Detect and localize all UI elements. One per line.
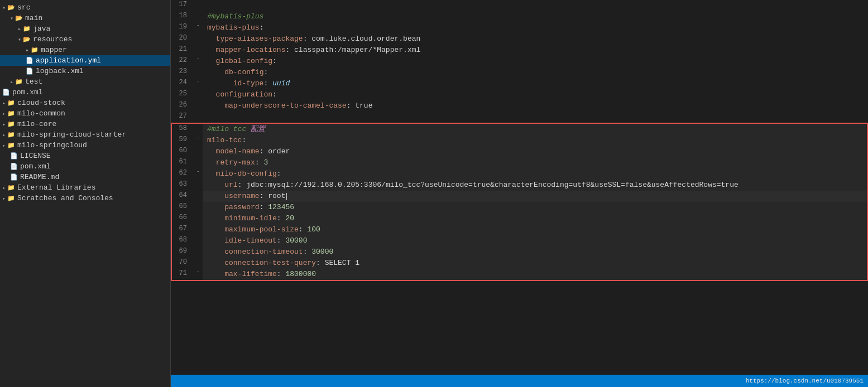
line-gutter [194, 246, 203, 258]
sidebar-item-milo-springcloud[interactable]: ▸📁milo-springcloud [0, 140, 170, 151]
sidebar-item-milo-spring-cloud-starter[interactable]: ▸📁milo-spring-cloud-starter [0, 129, 170, 140]
line-number: 58 [171, 123, 194, 135]
line-code[interactable]: #mybatis-plus [203, 11, 867, 22]
line-gutter: - [194, 56, 203, 67]
sidebar-item-pom2.xml[interactable]: 📄pom.xml [0, 161, 170, 172]
line-code[interactable]: id-type: uuid [203, 78, 867, 89]
line-code[interactable]: max-lifetime: 1800000 [203, 269, 867, 280]
line-number: 19 [171, 22, 194, 33]
line-number: 67 [171, 224, 194, 235]
file-icon: 📄 [10, 152, 18, 159]
line-gutter: - [194, 22, 203, 33]
line-code[interactable]: map-underscore-to-camel-case: true [203, 100, 867, 112]
line-gutter [194, 123, 203, 135]
line-number: 63 [171, 180, 194, 191]
tree-item-label: application.yml [36, 56, 101, 65]
line-number: 20 [171, 33, 194, 45]
sidebar-item-java[interactable]: ▸📁java [0, 23, 170, 34]
code-line-58: 58#milo tcc 配置 [171, 123, 867, 135]
code-line-25: 25 configuration: [171, 89, 867, 100]
line-number: 62 [171, 168, 194, 180]
sidebar-item-src[interactable]: ▾📂src [0, 2, 170, 13]
sidebar-item-external-libraries[interactable]: ▸📁External Libraries [0, 182, 170, 193]
xml-file-icon: 📄 [26, 67, 33, 75]
tree-item-label: pom.xml [20, 162, 51, 171]
folder-icon: 📁 [15, 78, 23, 85]
sidebar-item-LICENSE[interactable]: 📄LICENSE [0, 151, 170, 161]
line-code[interactable]: password: 123456 [203, 202, 867, 213]
sidebar-item-application.yml[interactable]: 📄application.yml [0, 55, 170, 66]
line-gutter [194, 191, 203, 202]
line-code[interactable]: model-name: order [203, 146, 867, 157]
line-code[interactable]: connection-test-query: SELECT 1 [203, 258, 867, 269]
folder-open-icon: 📂 [23, 36, 31, 43]
tree-item-label: java [33, 25, 50, 33]
code-line-23: 23 db-config: [171, 67, 867, 78]
line-number: 64 [171, 191, 194, 202]
line-number: 25 [171, 89, 194, 100]
line-code[interactable]: minimum-idle: 20 [203, 213, 867, 224]
line-number: 66 [171, 213, 194, 224]
tree-item-label: milo-spring-cloud-starter [17, 130, 126, 139]
line-code[interactable]: configuration: [203, 89, 867, 100]
arrow-icon: ▸ [2, 195, 6, 202]
sidebar-item-cloud-stock[interactable]: ▸📁cloud-stock [0, 98, 170, 108]
line-code[interactable]: db-config: [203, 67, 867, 78]
folder-icon: 📁 [7, 131, 15, 138]
code-line-26: 26 map-underscore-to-camel-case: true [171, 100, 867, 112]
line-code[interactable]: milo-tcc: [203, 135, 867, 146]
code-line-65: 65 password: 123456 [171, 202, 867, 213]
line-code[interactable] [203, 0, 867, 11]
line-code[interactable]: mapper-locations: classpath:/mapper/*Map… [203, 45, 867, 56]
line-code[interactable]: type-aliases-package: com.luke.cloud.ord… [203, 33, 867, 45]
code-line-20: 20 type-aliases-package: com.luke.cloud.… [171, 33, 867, 45]
line-code[interactable]: #milo tcc 配置 [203, 123, 867, 135]
file-tree[interactable]: ▾📂src▾📂main▸📁java▾📂resources▸📁mapper📄app… [0, 0, 171, 387]
line-gutter [194, 112, 203, 123]
line-gutter [194, 11, 203, 22]
sidebar-item-scratches[interactable]: ▸📁Scratches and Consoles [0, 193, 170, 204]
line-gutter [194, 89, 203, 100]
line-code[interactable]: mybatis-plus: [203, 22, 867, 33]
line-gutter [194, 258, 203, 269]
tree-item-label: pom.xml [12, 88, 43, 96]
line-gutter [194, 157, 203, 168]
line-gutter [194, 235, 203, 246]
line-code[interactable] [203, 112, 867, 123]
arrow-icon: ▸ [2, 121, 6, 128]
sidebar-item-pom.xml[interactable]: 📄pom.xml [0, 87, 170, 98]
tree-item-label: milo-springcloud [17, 141, 87, 149]
sidebar-item-milo-common[interactable]: ▸📁milo-common [0, 108, 170, 119]
code-content[interactable]: 17 18#mybatis-plus19-mybatis-plus:20 typ… [171, 0, 868, 375]
sidebar-item-milo-core[interactable]: ▸📁milo-core [0, 119, 170, 129]
line-code[interactable]: username: root [203, 191, 867, 202]
line-code[interactable]: maximum-pool-size: 100 [203, 224, 867, 235]
sidebar-item-test[interactable]: ▸📁test [0, 76, 170, 87]
line-code[interactable]: connection-timeout: 30000 [203, 246, 867, 258]
sidebar-item-README.md[interactable]: 📄README.md [0, 172, 170, 182]
folder-icon: 📁 [7, 142, 15, 149]
sidebar-item-main[interactable]: ▾📂main [0, 13, 170, 23]
line-number: 18 [171, 11, 194, 22]
line-gutter: - [194, 269, 203, 280]
arrow-icon: ▸ [2, 142, 6, 149]
arrow-icon: ▸ [26, 47, 29, 54]
code-line-19: 19-mybatis-plus: [171, 22, 867, 33]
line-code[interactable]: milo-db-config: [203, 168, 867, 180]
line-number: 70 [171, 258, 194, 269]
code-line-67: 67 maximum-pool-size: 100 [171, 224, 867, 235]
line-code[interactable]: global-config: [203, 56, 867, 67]
code-line-18: 18#mybatis-plus [171, 11, 867, 22]
sidebar-item-logback.xml[interactable]: 📄logback.xml [0, 66, 170, 76]
line-number: 23 [171, 67, 194, 78]
folder-open-icon: 📂 [7, 4, 15, 11]
folder-icon: 📁 [7, 120, 15, 128]
line-code[interactable]: url: jdbc:mysql://192.168.0.205:3306/mil… [203, 180, 867, 191]
sidebar-item-resources[interactable]: ▾📂resources [0, 34, 170, 45]
line-code[interactable]: idle-timeout: 30000 [203, 235, 867, 246]
sidebar-item-mapper[interactable]: ▸📁mapper [0, 45, 170, 55]
yaml-file-icon: 📄 [26, 57, 33, 64]
line-number: 21 [171, 45, 194, 56]
folder-icon: 📁 [31, 46, 39, 54]
line-code[interactable]: retry-max: 3 [203, 157, 867, 168]
